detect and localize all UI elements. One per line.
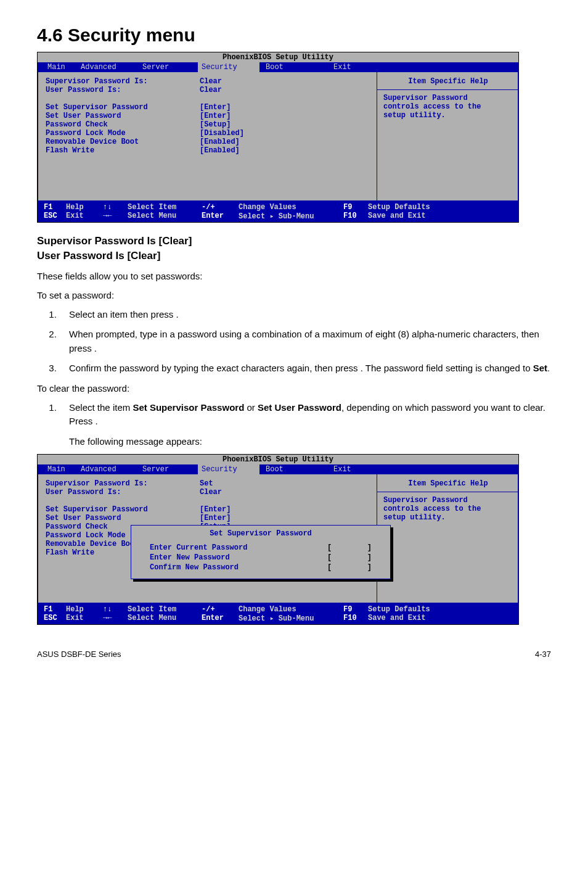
key-updown: ↑↓	[103, 203, 128, 212]
help-line: setup utility.	[383, 513, 513, 522]
row-label: User Password Is:	[46, 488, 200, 497]
tab-main: Main	[38, 62, 81, 72]
tab-advanced: Advanced	[81, 62, 142, 72]
key-setupdefaults: Setup Defaults	[368, 605, 430, 614]
tab-boot: Boot	[259, 62, 315, 72]
key-changevalues: Change Values	[239, 203, 343, 212]
key-exit: Exit	[66, 614, 103, 623]
ordered-list-clear-password: Select the item Set Supervisor Password …	[37, 401, 551, 429]
footer-left: ASUS DSBF-DE Series	[37, 650, 121, 659]
row-label: Password Lock Mode	[46, 129, 200, 138]
paragraph: To set a password:	[37, 289, 551, 302]
key-changevalues: Change Values	[239, 605, 343, 614]
key-help: Help	[66, 203, 103, 212]
key-f9: F9	[343, 203, 368, 212]
key-help: Help	[66, 605, 103, 614]
key-leftright: →←	[103, 212, 128, 221]
row-value: [Enabled]	[200, 146, 240, 155]
key-setupdefaults: Setup Defaults	[368, 203, 430, 212]
key-saveexit: Save and Exit	[368, 614, 426, 623]
bios-title: PhoenixBIOS Setup Utility	[38, 455, 518, 464]
bios-tabs: Main Advanced Server Security Boot Exit	[38, 464, 518, 474]
help-line: Supervisor Password	[383, 496, 513, 505]
list-item: When prompted, type in a password using …	[59, 328, 551, 355]
row-label: Supervisor Password Is:	[46, 77, 200, 86]
key-enter: Enter	[202, 212, 239, 221]
tab-exit: Exit	[315, 464, 351, 474]
bios-main-panel: Supervisor Password Is:Clear User Passwo…	[38, 72, 377, 202]
row-label: User Password Is:	[46, 86, 200, 94]
row-value: Set	[200, 479, 213, 488]
key-submenu: Select ▸ Sub-Menu	[239, 212, 343, 221]
section-heading: 4.6 Security menu	[37, 25, 551, 46]
key-f1: F1	[44, 203, 66, 212]
tab-main: Main	[38, 464, 81, 474]
row-value: [Disabled]	[200, 129, 244, 138]
key-selectitem: Select Item	[128, 203, 202, 212]
key-selectmenu: Select Menu	[128, 212, 202, 221]
row-label: Set Supervisor Password	[46, 505, 200, 514]
row-value: [Enter]	[200, 112, 231, 120]
bios-title: PhoenixBIOS Setup Utility	[38, 52, 518, 62]
help-title: Item Specific Help	[383, 479, 513, 488]
key-plusminus: -/+	[202, 203, 239, 212]
row-value: [Enter]	[200, 505, 231, 514]
tab-advanced: Advanced	[81, 464, 142, 474]
footer-right: 4-37	[535, 650, 551, 659]
paragraph: These fields allow you to set passwords:	[37, 270, 551, 283]
bios-footer: F1 Help ↑↓ Select Item -/+ Change Values…	[38, 202, 518, 222]
tab-server: Server	[142, 464, 198, 474]
bios-screenshot-2: PhoenixBIOS Setup Utility Main Advanced …	[37, 454, 519, 625]
key-saveexit: Save and Exit	[368, 212, 426, 221]
popup-row-label: Enter Current Password	[150, 543, 285, 552]
tab-exit: Exit	[315, 62, 351, 72]
tab-security: Security	[198, 62, 259, 72]
help-line: controls access to the	[383, 102, 513, 111]
row-value: [Enter]	[200, 103, 231, 112]
popup-row-label: Enter New Password	[150, 553, 285, 562]
paragraph: To clear the password:	[37, 382, 551, 395]
bios-tabs: Main Advanced Server Security Boot Exit	[38, 62, 518, 72]
key-exit: Exit	[66, 212, 103, 221]
key-selectitem: Select Item	[128, 605, 202, 614]
list-item: Confirm the password by typing the exact…	[59, 361, 551, 376]
subheading-supervisor: Supervisor Password Is [Clear] User Pass…	[37, 234, 551, 263]
row-label: Password Check	[46, 120, 200, 129]
row-label: Removable Device Boot	[46, 138, 200, 146]
ordered-list-set-password: Select an item then press . When prompte…	[37, 308, 551, 376]
key-selectmenu: Select Menu	[128, 614, 202, 623]
key-leftright: →←	[103, 614, 128, 623]
paragraph: The following message appears:	[69, 435, 551, 448]
bios-main-panel: Supervisor Password Is:Set User Password…	[38, 474, 377, 604]
row-value: [Setup]	[200, 120, 231, 129]
row-label: Supervisor Password Is:	[46, 479, 200, 488]
row-value: Clear	[200, 77, 222, 86]
key-f10: F10	[343, 212, 368, 221]
bios-help-panel: Item Specific Help Supervisor Password c…	[377, 474, 518, 604]
set-supervisor-password-popup: Set Supervisor Password Enter Current Pa…	[131, 525, 391, 579]
key-f1: F1	[44, 605, 66, 614]
row-label: Set User Password	[46, 112, 200, 120]
help-line: Supervisor Password	[383, 94, 513, 102]
list-item: Select an item then press .	[59, 308, 551, 322]
tab-boot: Boot	[259, 464, 315, 474]
tab-server: Server	[142, 62, 198, 72]
row-value: [Enabled]	[200, 138, 240, 146]
bios-footer: F1 Help ↑↓ Select Item -/+ Change Values…	[38, 604, 518, 624]
row-value: Clear	[200, 86, 222, 94]
popup-title: Set Supervisor Password	[137, 529, 384, 538]
key-submenu: Select ▸ Sub-Menu	[239, 614, 343, 623]
help-title: Item Specific Help	[383, 77, 513, 86]
key-f10: F10	[343, 614, 368, 623]
help-line: controls access to the	[383, 505, 513, 513]
bios-screenshot-1: PhoenixBIOS Setup Utility Main Advanced …	[37, 52, 519, 223]
row-label: Set Supervisor Password	[46, 103, 200, 112]
key-esc: ESC	[44, 614, 66, 623]
key-plusminus: -/+	[202, 605, 239, 614]
row-label: Set User Password	[46, 514, 200, 522]
key-updown: ↑↓	[103, 605, 128, 614]
tab-security: Security	[198, 464, 259, 474]
help-line: setup utility.	[383, 111, 513, 120]
popup-row-label: Confirm New Password	[150, 563, 285, 572]
page-footer: ASUS DSBF-DE Series 4-37	[37, 650, 551, 659]
